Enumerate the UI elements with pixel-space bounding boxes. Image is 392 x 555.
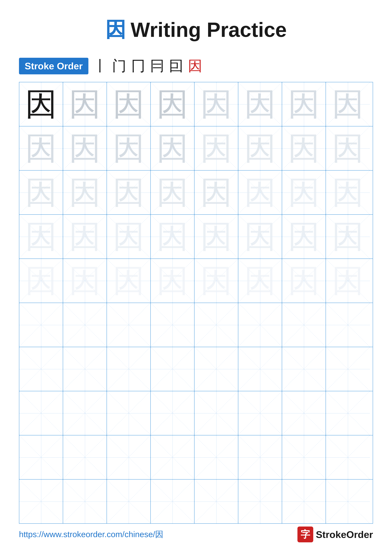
grid-cell[interactable] bbox=[194, 391, 238, 435]
grid-cell[interactable]: 因 bbox=[238, 126, 282, 170]
stroke-4: 冃 bbox=[150, 56, 164, 76]
grid-cell[interactable]: 因 bbox=[107, 215, 151, 258]
grid-cell[interactable]: 因 bbox=[238, 259, 282, 303]
grid-row-2: 因 因 因 因 因 因 因 因 bbox=[19, 126, 373, 171]
stroke-2: 门 bbox=[112, 56, 126, 76]
grid-cell[interactable]: 因 bbox=[194, 82, 238, 126]
grid-row-3: 因 因 因 因 因 因 因 因 bbox=[19, 171, 373, 215]
grid-cell[interactable] bbox=[107, 391, 151, 435]
grid-cell[interactable] bbox=[238, 391, 282, 435]
grid-cell[interactable] bbox=[63, 480, 107, 523]
grid-cell[interactable]: 因 bbox=[326, 82, 370, 126]
grid-cell[interactable]: 因 bbox=[19, 215, 63, 258]
grid-cell[interactable]: 因 bbox=[194, 215, 238, 258]
grid-cell[interactable] bbox=[238, 303, 282, 347]
grid-cell[interactable] bbox=[326, 347, 370, 391]
grid-cell[interactable] bbox=[238, 480, 282, 523]
grid-cell[interactable] bbox=[151, 347, 194, 391]
grid-cell[interactable] bbox=[63, 435, 107, 479]
grid-cell[interactable]: 因 bbox=[151, 171, 194, 214]
grid-cell[interactable] bbox=[151, 303, 194, 347]
grid-cell[interactable] bbox=[326, 303, 370, 347]
grid-cell[interactable] bbox=[19, 391, 63, 435]
grid-cell[interactable] bbox=[238, 347, 282, 391]
title-text: Writing Practice bbox=[131, 18, 287, 42]
footer: https://www.strokeorder.com/chinese/因 字 … bbox=[0, 526, 392, 542]
grid-row-8 bbox=[19, 391, 373, 435]
grid-cell[interactable] bbox=[19, 435, 63, 479]
grid-cell[interactable] bbox=[194, 303, 238, 347]
grid-cell[interactable]: 因 bbox=[19, 126, 63, 170]
stroke-order-badge: Stroke Order bbox=[19, 58, 88, 74]
stroke-3: 冂 bbox=[131, 56, 145, 76]
grid-cell[interactable]: 因 bbox=[151, 126, 194, 170]
grid-cell[interactable] bbox=[107, 480, 151, 523]
grid-cell[interactable] bbox=[63, 347, 107, 391]
grid-cell[interactable] bbox=[282, 480, 326, 523]
grid-cell[interactable]: 因 bbox=[282, 126, 326, 170]
grid-cell[interactable] bbox=[194, 347, 238, 391]
grid-cell[interactable]: 因 bbox=[19, 259, 63, 303]
footer-logo-text: StrokeOrder bbox=[316, 529, 373, 540]
grid-cell[interactable] bbox=[326, 480, 370, 523]
grid-cell[interactable] bbox=[151, 391, 194, 435]
grid-cell[interactable]: 因 bbox=[63, 126, 107, 170]
grid-cell[interactable]: 因 bbox=[107, 126, 151, 170]
grid-cell[interactable]: 因 bbox=[19, 82, 63, 126]
footer-url[interactable]: https://www.strokeorder.com/chinese/因 bbox=[19, 529, 163, 540]
grid-cell[interactable] bbox=[282, 303, 326, 347]
grid-cell[interactable] bbox=[326, 391, 370, 435]
grid-cell[interactable] bbox=[107, 303, 151, 347]
grid-cell[interactable] bbox=[19, 347, 63, 391]
stroke-5: 囙 bbox=[169, 56, 183, 76]
grid-cell[interactable]: 因 bbox=[63, 215, 107, 258]
grid-cell[interactable]: 因 bbox=[194, 126, 238, 170]
grid-cell[interactable] bbox=[151, 435, 194, 479]
title-character: 因 bbox=[105, 16, 126, 44]
grid-cell[interactable]: 因 bbox=[63, 259, 107, 303]
grid-cell[interactable] bbox=[194, 435, 238, 479]
grid-cell[interactable]: 因 bbox=[107, 82, 151, 126]
grid-cell[interactable] bbox=[282, 435, 326, 479]
grid-row-9 bbox=[19, 435, 373, 480]
grid-cell[interactable] bbox=[19, 480, 63, 523]
practice-grid: 因 因 因 因 因 因 因 因 bbox=[19, 82, 373, 524]
grid-cell[interactable]: 因 bbox=[107, 259, 151, 303]
grid-cell[interactable]: 因 bbox=[238, 215, 282, 258]
grid-cell[interactable] bbox=[194, 480, 238, 523]
grid-cell[interactable]: 因 bbox=[63, 82, 107, 126]
grid-cell[interactable] bbox=[63, 391, 107, 435]
grid-cell[interactable]: 因 bbox=[282, 82, 326, 126]
page-title: 因 Writing Practice bbox=[0, 0, 392, 44]
grid-row-5: 因 因 因 因 因 因 因 因 bbox=[19, 259, 373, 303]
grid-cell[interactable]: 因 bbox=[151, 215, 194, 258]
grid-cell[interactable]: 因 bbox=[282, 259, 326, 303]
grid-cell[interactable] bbox=[238, 435, 282, 479]
grid-cell[interactable]: 因 bbox=[326, 259, 370, 303]
grid-row-10 bbox=[19, 480, 373, 523]
grid-cell[interactable] bbox=[282, 347, 326, 391]
grid-cell[interactable] bbox=[107, 347, 151, 391]
grid-cell[interactable]: 因 bbox=[326, 171, 370, 214]
grid-cell[interactable]: 因 bbox=[19, 171, 63, 214]
grid-cell[interactable]: 因 bbox=[326, 126, 370, 170]
grid-cell[interactable] bbox=[63, 303, 107, 347]
grid-cell[interactable]: 因 bbox=[238, 82, 282, 126]
stroke-order-section: Stroke Order 丨 门 冂 冃 囙 因 bbox=[19, 56, 373, 76]
grid-cell[interactable]: 因 bbox=[63, 171, 107, 214]
grid-cell[interactable]: 因 bbox=[151, 259, 194, 303]
grid-cell[interactable] bbox=[282, 391, 326, 435]
grid-cell[interactable] bbox=[151, 480, 194, 523]
grid-cell[interactable]: 因 bbox=[194, 171, 238, 214]
grid-cell[interactable] bbox=[19, 303, 63, 347]
grid-cell[interactable]: 因 bbox=[238, 171, 282, 214]
grid-cell[interactable]: 因 bbox=[282, 215, 326, 258]
stroke-6: 因 bbox=[188, 56, 202, 76]
grid-cell[interactable]: 因 bbox=[282, 171, 326, 214]
grid-cell[interactable]: 因 bbox=[194, 259, 238, 303]
grid-cell[interactable] bbox=[326, 435, 370, 479]
grid-cell[interactable]: 因 bbox=[326, 215, 370, 258]
grid-cell[interactable]: 因 bbox=[151, 82, 194, 126]
grid-cell[interactable]: 因 bbox=[107, 171, 151, 214]
grid-cell[interactable] bbox=[107, 435, 151, 479]
